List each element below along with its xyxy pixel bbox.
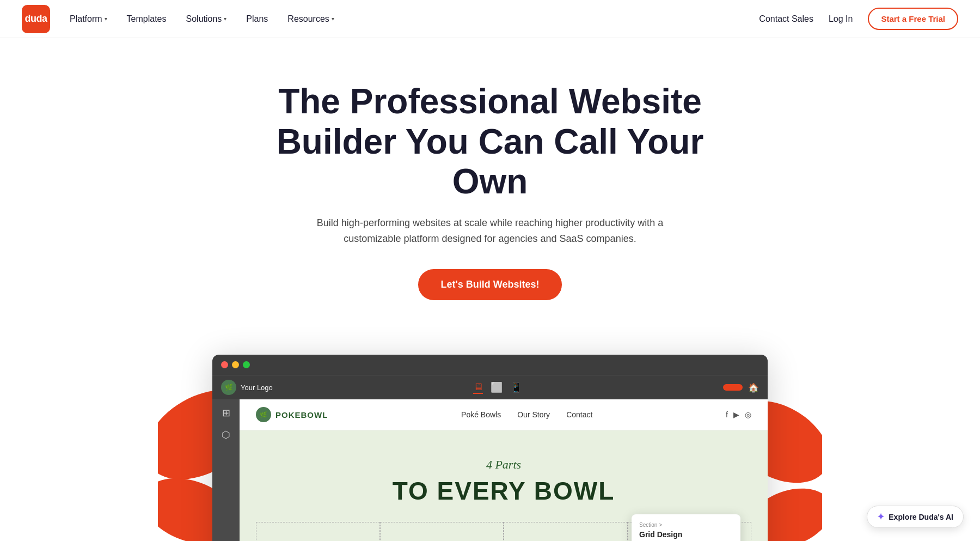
dot-red [221,361,228,368]
editor-sidebar: ⊞ ⬡ [212,399,240,541]
instagram-icon: ◎ [745,410,751,419]
nav-left: duda Platform ▾ Templates Solutions ▾ Pl… [22,5,334,33]
ai-stars-icon: ✦ [877,512,884,522]
browser-dots [221,361,250,368]
widgets-icon[interactable]: ⬡ [222,429,230,441]
browser-mockup: 🌿 Your Logo 🖥 ⬜ 📱 🏠 ⊞ ⬡ [212,355,768,541]
toolbar-right: 🏠 [723,382,759,393]
screenshot-section: 🌿 Your Logo 🖥 ⬜ 📱 🏠 ⊞ ⬡ [191,355,789,541]
site-brand: 🌿 POKEBOWL [256,407,328,422]
mobile-icon[interactable]: 📱 [510,381,522,393]
nav-platform[interactable]: Platform ▾ [70,14,107,24]
nav-solutions[interactable]: Solutions ▾ [186,14,227,24]
site-social-icons: f ▶ ◎ [726,410,751,419]
site-brand-name: POKEBOWL [275,410,328,420]
site-subtitle: 4 Parts [256,458,751,472]
dot-yellow [232,361,239,368]
site-brand-logo: 🌿 [256,407,271,422]
hero-subtext: Build high-performing websites at scale … [310,215,670,247]
chevron-down-icon: ▾ [332,16,334,22]
grid-design-panel: Section > Grid Design Layout ▲ Rearrange… [632,514,740,541]
nav-resources[interactable]: Resources ▾ [287,14,334,24]
site-logo-icon: 🌿 [221,380,236,395]
nav-templates[interactable]: Templates [127,14,167,24]
site-nav: 🌿 POKEBOWL Poké Bowls Our Story Contact … [240,399,768,430]
chevron-down-icon: ▾ [224,16,226,22]
food-cell-salmon: 🐟 [380,522,504,541]
nav-right: Contact Sales Log In Start a Free Trial [759,8,958,30]
tablet-icon[interactable]: ⬜ [491,381,503,393]
hero-section: The Professional Website Builder You Can… [0,38,980,322]
nav-plans[interactable]: Plans [246,14,268,24]
site-nav-links: Poké Bowls Our Story Contact [461,410,592,419]
site-nav-poke-bowls: Poké Bowls [461,410,501,419]
facebook-icon: f [726,410,728,419]
desktop-icon[interactable]: 🖥 [473,381,483,394]
chevron-down-icon: ▾ [105,16,107,22]
site-nav-our-story: Our Story [517,410,550,419]
browser-top-bar [212,355,768,375]
publish-button[interactable] [723,384,743,391]
youtube-icon: ▶ [733,410,739,419]
explore-ai-badge[interactable]: ✦ Explore Duda's AI [867,506,964,528]
login-link[interactable]: Log In [829,14,853,24]
toolbar-logo-text: Your Logo [241,384,273,392]
dot-green [243,361,250,368]
site-title: TO EVERY BOWL [256,476,751,506]
navigation: duda Platform ▾ Templates Solutions ▾ Pl… [0,0,980,38]
panel-title: Grid Design [639,530,733,539]
start-trial-button[interactable]: Start a Free Trial [868,8,958,30]
brand-name: duda [25,13,47,25]
logo[interactable]: duda [22,5,50,33]
panel-breadcrumb: Section > [639,522,733,528]
site-nav-contact: Contact [566,410,592,419]
explore-ai-label: Explore Duda's AI [889,513,953,521]
cta-button[interactable]: Let's Build Websites! [418,269,562,300]
food-cell-avocado: 🥑 [504,522,628,541]
food-cell-rice: 🍚 [256,522,380,541]
editor-toolbar: 🌿 Your Logo 🖥 ⬜ 📱 🏠 [212,375,768,399]
layers-icon[interactable]: ⊞ [222,407,230,419]
toolbar-device-icons: 🖥 ⬜ 📱 [473,381,522,394]
hero-headline: The Professional Website Builder You Can… [245,82,735,202]
contact-sales-link[interactable]: Contact Sales [759,14,813,24]
toolbar-logo: 🌿 Your Logo [221,380,273,395]
home-icon[interactable]: 🏠 [748,382,759,393]
